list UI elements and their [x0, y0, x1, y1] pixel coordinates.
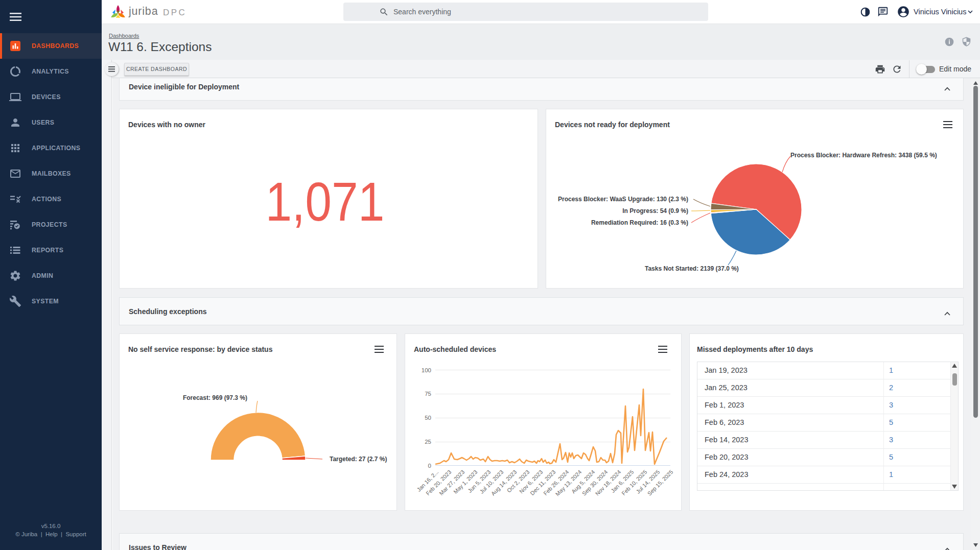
svg-text:0: 0 [428, 463, 431, 469]
svg-text:75: 75 [425, 391, 431, 397]
svg-text:50: 50 [425, 415, 431, 421]
svg-text:25: 25 [425, 439, 431, 445]
svg-text:100: 100 [422, 367, 431, 373]
